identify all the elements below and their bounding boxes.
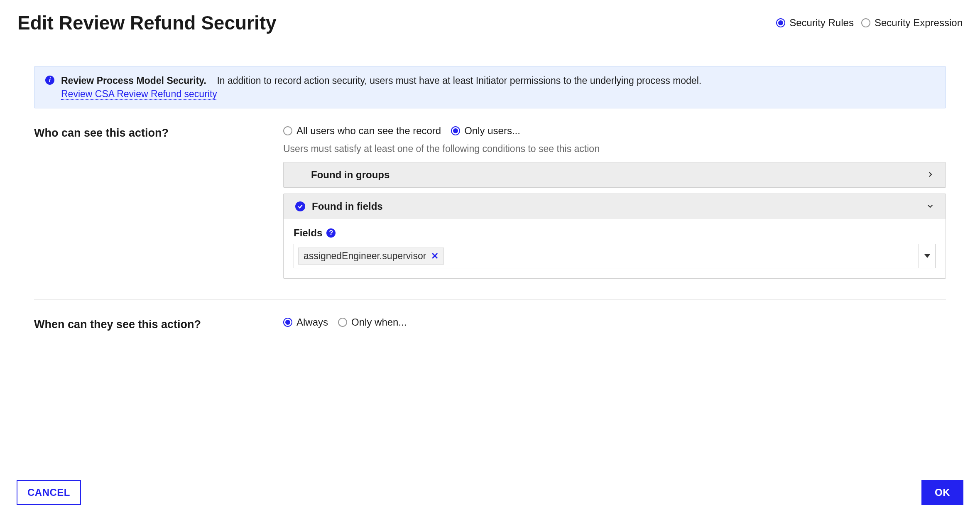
banner-text: Review Process Model Security. In additi… — [61, 74, 701, 101]
radio-indicator-icon — [861, 18, 870, 27]
radio-label: Security Expression — [875, 17, 963, 29]
when-section: When can they see this action? Always On… — [34, 316, 946, 335]
fields-label-row: Fields ? — [294, 227, 936, 239]
accordion-title: Found in fields — [312, 201, 383, 212]
accordion-found-in-fields: Found in fields Fields ? assignedEnginee… — [283, 194, 946, 279]
ok-button[interactable]: OK — [921, 480, 963, 505]
radio-label: Only when... — [351, 316, 407, 328]
when-radio-group: Always Only when... — [283, 316, 946, 328]
radio-indicator-icon — [776, 18, 785, 27]
who-helper-text: Users must satisfy at least one of the f… — [283, 143, 946, 154]
who-section-label: Who can see this action? — [34, 125, 267, 140]
field-token: assignedEngineer.supervisor ✕ — [298, 248, 444, 265]
radio-indicator-icon — [451, 126, 460, 135]
fields-label: Fields — [294, 227, 322, 239]
when-section-body: Always Only when... — [283, 316, 946, 335]
accordion-header-fields[interactable]: Found in fields — [284, 194, 946, 219]
dropdown-toggle[interactable] — [919, 244, 935, 268]
page-header: Edit Review Refund Security Security Rul… — [0, 0, 980, 45]
token-text: assignedEngineer.supervisor — [304, 250, 426, 262]
banner-link[interactable]: Review CSA Review Refund security — [61, 88, 217, 100]
info-banner: i Review Process Model Security. In addi… — [34, 66, 946, 108]
accordion-found-in-groups: Found in groups — [283, 162, 946, 188]
radio-security-rules[interactable]: Security Rules — [776, 17, 854, 29]
fields-token-input[interactable]: assignedEngineer.supervisor ✕ — [294, 244, 936, 268]
caret-down-icon — [924, 254, 930, 258]
accordion-header-groups[interactable]: Found in groups — [284, 162, 946, 187]
cancel-button[interactable]: CANCEL — [17, 480, 81, 505]
info-icon: i — [45, 76, 54, 85]
radio-indicator-icon — [283, 126, 292, 135]
page-title: Edit Review Refund Security — [17, 12, 277, 34]
radio-all-users[interactable]: All users who can see the record — [283, 125, 441, 137]
banner-body: In addition to record action security, u… — [217, 75, 701, 86]
help-icon[interactable]: ? — [326, 228, 336, 238]
radio-label: Only users... — [464, 125, 520, 137]
content-area: i Review Process Model Security. In addi… — [0, 45, 980, 335]
radio-indicator-icon — [283, 318, 292, 327]
chevron-down-icon — [926, 201, 934, 212]
token-remove-icon[interactable]: ✕ — [431, 251, 439, 262]
accordion-title: Found in groups — [311, 169, 390, 181]
check-circle-icon — [295, 201, 305, 211]
radio-only-when[interactable]: Only when... — [338, 316, 407, 328]
token-area[interactable]: assignedEngineer.supervisor ✕ — [294, 244, 919, 268]
radio-label: Security Rules — [789, 17, 854, 29]
section-divider — [34, 299, 946, 300]
who-section: Who can see this action? All users who c… — [34, 125, 946, 284]
radio-only-users[interactable]: Only users... — [451, 125, 520, 137]
mode-radio-group: Security Rules Security Expression — [776, 17, 963, 29]
accordion-body-fields: Fields ? assignedEngineer.supervisor ✕ — [284, 219, 946, 278]
radio-label: Always — [296, 316, 328, 328]
who-section-body: All users who can see the record Only us… — [283, 125, 946, 284]
radio-security-expression[interactable]: Security Expression — [861, 17, 963, 29]
who-radio-group: All users who can see the record Only us… — [283, 125, 946, 137]
chevron-right-icon — [926, 169, 934, 181]
when-section-label: When can they see this action? — [34, 316, 267, 331]
radio-always[interactable]: Always — [283, 316, 328, 328]
banner-title: Review Process Model Security. — [61, 75, 206, 86]
footer: CANCEL OK — [0, 470, 980, 515]
radio-indicator-icon — [338, 318, 347, 327]
radio-label: All users who can see the record — [296, 125, 441, 137]
